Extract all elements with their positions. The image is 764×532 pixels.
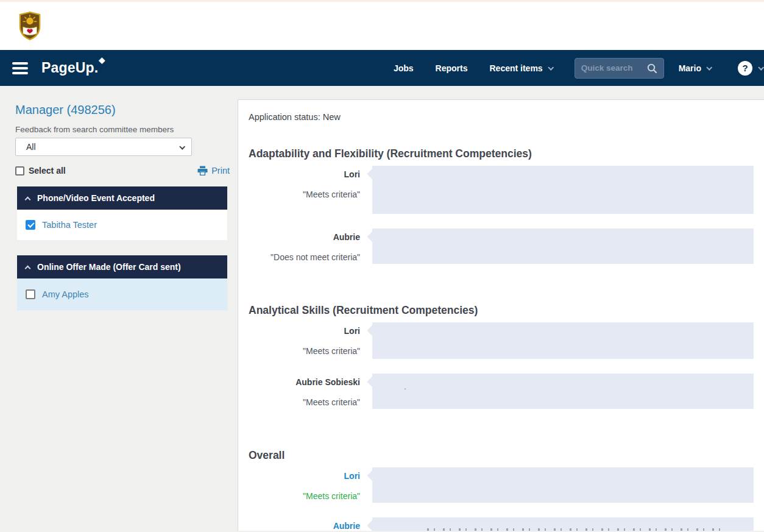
sidebar: Manager (498256) Feedback from search co… xyxy=(0,86,238,310)
reviewer-rating: "Meets criteria" xyxy=(249,190,360,199)
help-icon[interactable]: ? xyxy=(738,61,752,76)
comment-text xyxy=(372,229,754,237)
member-checkbox[interactable] xyxy=(26,289,35,299)
user-menu[interactable]: Mario xyxy=(679,63,711,73)
pageup-logo[interactable]: PageUp.◆ xyxy=(41,60,98,76)
application-status: Application status: New xyxy=(249,112,764,122)
print-button[interactable]: Print xyxy=(197,166,230,176)
feedback-row: Lori "Meets criteria" xyxy=(249,166,764,214)
feedback-row: Aubrie xyxy=(249,517,764,531)
chevron-up-icon xyxy=(25,265,31,271)
reviewer-name: Aubrie xyxy=(249,232,360,242)
application-status-value: New xyxy=(323,112,341,122)
quick-search-box[interactable] xyxy=(575,58,664,79)
diamond-icon: ◆ xyxy=(99,55,105,65)
member-checkbox[interactable] xyxy=(26,220,35,230)
feedback-filter-select[interactable]: All xyxy=(15,138,192,156)
section-title: Adaptability and Flexibility (Recruitmen… xyxy=(249,147,764,160)
reviewer-rating: "Meets criteria" xyxy=(249,491,360,501)
section-title: Analytical Skills (Recruitment Competenc… xyxy=(249,304,764,317)
reviewer-rating: "Meets criteria" xyxy=(249,397,360,407)
main-navbar: PageUp.◆ Jobs Reports Recent items Mario… xyxy=(0,50,764,86)
feedback-row: Aubrie Sobieski "Meets criteria" . xyxy=(249,374,764,409)
group-header-phone-video-event-accepted[interactable]: Phone/Video Event Accepted xyxy=(17,186,227,210)
reviewer-name: Aubrie Sobieski xyxy=(249,377,360,387)
chevron-down-icon xyxy=(179,143,185,149)
feedback-row: Lori "Meets criteria" xyxy=(249,322,764,359)
member-row-tabitha-tester[interactable]: Tabitha Tester xyxy=(17,210,227,240)
feedback-panel: Application status: New Adaptability and… xyxy=(238,99,764,531)
comment-bubble xyxy=(372,467,754,503)
feedback-filter-label: Feedback from search committee members xyxy=(15,125,238,134)
job-title: Manager (498256) xyxy=(15,103,238,117)
chevron-up-icon xyxy=(25,196,31,202)
application-status-label: Application status: xyxy=(249,112,320,122)
nav-reports[interactable]: Reports xyxy=(436,63,468,73)
chevron-down-icon xyxy=(706,65,712,71)
reviewer-rating: "Does not meet criteria" xyxy=(249,252,360,262)
brand-header xyxy=(0,2,764,50)
comment-bubble: . xyxy=(372,374,754,409)
printer-icon xyxy=(197,166,208,176)
comment-text xyxy=(372,166,754,174)
reviewer-rating: "Meets criteria" xyxy=(249,346,360,356)
comment-text: . xyxy=(372,374,754,391)
comment-bubble xyxy=(372,229,754,264)
university-crest-logo xyxy=(18,12,41,40)
search-icon[interactable] xyxy=(646,63,657,74)
user-name: Mario xyxy=(679,63,701,73)
section-title: Overall xyxy=(249,449,764,462)
quick-search-input[interactable] xyxy=(581,63,646,73)
selected-filter-value: All xyxy=(23,142,180,152)
group-title: Online Offer Made (Offer Card sent) xyxy=(37,262,181,272)
comment-bubble xyxy=(372,166,754,214)
member-row-amy-apples[interactable]: Amy Apples xyxy=(17,278,227,310)
status-group: Phone/Video Event Accepted Tabitha Teste… xyxy=(17,186,227,240)
nav-jobs[interactable]: Jobs xyxy=(394,63,414,73)
hamburger-menu-icon[interactable] xyxy=(12,60,28,77)
group-title: Phone/Video Event Accepted xyxy=(37,193,155,203)
comment-bubble xyxy=(372,322,754,359)
reviewer-name: Lori xyxy=(249,326,360,336)
comment-bubble xyxy=(372,517,754,531)
select-all-checkbox[interactable] xyxy=(15,166,24,176)
competency-section: Analytical Skills (Recruitment Competenc… xyxy=(249,304,764,409)
chevron-down-icon[interactable] xyxy=(758,65,764,71)
comment-text xyxy=(372,467,754,476)
chevron-down-icon xyxy=(548,65,554,71)
member-name[interactable]: Amy Apples xyxy=(42,289,89,299)
status-group: Online Offer Made (Offer Card sent) Amy … xyxy=(17,255,227,310)
nav-recent-items[interactable]: Recent items xyxy=(490,63,553,73)
select-all-control[interactable]: Select all xyxy=(15,166,66,176)
comment-text xyxy=(372,322,754,331)
clipped-comment-text xyxy=(427,528,726,531)
feedback-row: Aubrie "Does not meet criteria" xyxy=(249,229,764,264)
member-name[interactable]: Tabitha Tester xyxy=(42,220,97,230)
competency-section: Adaptability and Flexibility (Recruitmen… xyxy=(249,147,764,264)
group-header-online-offer-made[interactable]: Online Offer Made (Offer Card sent) xyxy=(17,255,227,278)
page-body: Manager (498256) Feedback from search co… xyxy=(0,86,764,531)
select-all-label: Select all xyxy=(29,166,66,176)
reviewer-name-link[interactable]: Lori xyxy=(249,471,360,481)
reviewer-name: Lori xyxy=(249,169,360,179)
print-label: Print xyxy=(211,166,230,176)
reviewer-name-link[interactable]: Aubrie xyxy=(249,521,360,531)
feedback-row: Lori "Meets criteria" xyxy=(249,467,764,503)
overall-section: Overall Lori "Meets criteria" Aubrie xyxy=(249,449,764,531)
